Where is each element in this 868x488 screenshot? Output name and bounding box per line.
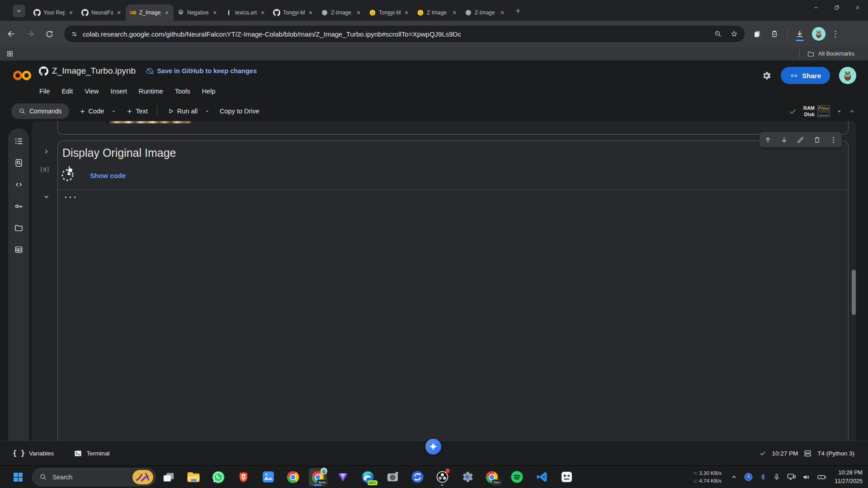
edit-cell-icon[interactable]	[796, 136, 805, 144]
tab-close-icon[interactable]: ×	[499, 9, 505, 16]
move-cell-up-icon[interactable]	[764, 136, 772, 144]
sidebar-secrets-icon[interactable]	[14, 202, 24, 211]
tray-battery-icon[interactable]	[817, 472, 827, 482]
section-collapse-chevron-icon[interactable]	[43, 148, 50, 155]
show-code-link[interactable]: Show code	[90, 172, 126, 179]
share-button[interactable]: Share	[781, 67, 830, 84]
terminal-button[interactable]: Terminal	[74, 449, 109, 458]
copy-to-drive-button[interactable]: Copy to Drive	[220, 108, 259, 115]
notebook-filename[interactable]: Z_Image_Turbo.ipynb	[52, 66, 136, 76]
menu-tools[interactable]: Tools	[169, 86, 196, 97]
window-close-button[interactable]	[847, 0, 868, 15]
sidebar-table-of-contents-icon[interactable]	[14, 136, 24, 146]
move-cell-down-icon[interactable]	[780, 136, 788, 144]
commands-button[interactable]: Commands	[11, 103, 69, 119]
resources-dropdown-icon[interactable]	[836, 108, 842, 114]
tray-bluetooth-icon[interactable]	[759, 473, 767, 481]
taskbar-vscode-icon[interactable]	[533, 468, 551, 486]
browser-tab-1[interactable]: NeuralFalc ×	[78, 5, 126, 21]
runtime-server-icon[interactable]	[803, 449, 812, 458]
taskbar-brave-icon[interactable]	[234, 468, 252, 486]
sidebar-files-icon[interactable]	[14, 223, 24, 233]
search-highlight-art[interactable]	[132, 470, 153, 484]
taskbar-task-view-icon[interactable]	[160, 468, 178, 486]
variables-button[interactable]: { } Variables	[13, 449, 54, 457]
colab-logo-icon[interactable]	[12, 70, 33, 81]
new-tab-button[interactable]	[512, 5, 524, 17]
taskbar-chrome-dev-icon[interactable]: Dev	[483, 468, 501, 486]
start-button[interactable]	[12, 471, 24, 483]
sidebar-find-replace-icon[interactable]	[14, 158, 24, 168]
taskbar-file-explorer-icon[interactable]	[184, 468, 203, 486]
tab-close-icon[interactable]: ×	[451, 9, 458, 16]
taskbar-edge-dev-icon[interactable]: DEV	[359, 468, 377, 486]
taskbar-capcut-icon[interactable]	[557, 468, 576, 486]
scrollbar-thumb[interactable]	[852, 270, 856, 315]
taskbar-search[interactable]: Search	[32, 468, 156, 486]
code-dropdown-icon[interactable]	[111, 109, 116, 114]
tab-close-icon[interactable]: ×	[116, 9, 122, 16]
notebook-cell[interactable]: Display Original Image Show code ...	[57, 141, 849, 441]
tray-monitor-icon[interactable]	[787, 472, 796, 482]
browser-menu-icon[interactable]: ⋮	[831, 29, 840, 39]
profile-avatar[interactable]	[812, 27, 826, 41]
taskbar-sync-icon[interactable]	[408, 468, 426, 486]
taskbar-obs-icon[interactable]	[433, 468, 451, 486]
save-in-github-link[interactable]: Save in GitHub to keep changes	[146, 67, 257, 75]
run-all-button[interactable]: Run all	[167, 108, 210, 115]
taskbar-whatsapp-icon[interactable]	[209, 468, 227, 486]
tab-close-icon[interactable]: ×	[403, 9, 410, 16]
ram-disk-indicator[interactable]: RAM Disk	[803, 105, 830, 117]
menu-insert[interactable]: Insert	[105, 86, 133, 97]
taskbar-camera-icon[interactable]	[383, 468, 401, 486]
browser-tab-7[interactable]: Tongyi-MA ×	[365, 5, 413, 21]
more-cell-actions-icon[interactable]	[829, 136, 838, 144]
browser-tab-9[interactable]: Z-Image - ×	[461, 5, 509, 21]
tab-close-icon[interactable]: ×	[259, 9, 266, 16]
add-text-button[interactable]: Text	[126, 108, 148, 115]
settings-gear-icon[interactable]	[761, 70, 772, 81]
menu-file[interactable]: File	[33, 86, 56, 97]
forward-button[interactable]	[23, 26, 38, 42]
menu-help[interactable]: Help	[196, 86, 222, 97]
taskbar-chrome-beta-icon[interactable]: Beta	[309, 468, 327, 486]
taskbar-clock[interactable]: 10:28 PM 11/27/2025	[835, 469, 863, 486]
taskbar-chrome-icon[interactable]	[284, 468, 302, 486]
tab-close-icon[interactable]: ×	[355, 9, 362, 16]
browser-tab-4[interactable]: lexica.art/p ×	[222, 5, 269, 21]
run-dropdown-icon[interactable]	[205, 109, 210, 114]
menu-runtime[interactable]: Runtime	[133, 86, 169, 97]
menu-edit[interactable]: Edit	[56, 86, 79, 97]
taskbar-photos-icon[interactable]	[259, 468, 277, 486]
tab-search-button[interactable]	[13, 5, 25, 17]
taskbar-spotify-icon[interactable]	[508, 468, 526, 486]
sidebar-data-table-icon[interactable]	[14, 245, 24, 254]
url-text[interactable]: colab.research.google.com/github/NeuralF…	[83, 30, 706, 38]
browser-tab-5[interactable]: Tongyi-MA ×	[269, 5, 317, 21]
sidebar-code-snippets-icon[interactable]	[14, 180, 24, 189]
browser-tab-2[interactable]: Z_Image_T ×	[126, 5, 174, 21]
extension-clipboard-icon[interactable]	[770, 29, 779, 38]
window-minimize-button[interactable]	[806, 0, 826, 15]
add-code-button[interactable]: Code	[79, 108, 117, 115]
window-restore-button[interactable]	[826, 0, 847, 15]
bookmark-star-icon[interactable]	[730, 30, 738, 38]
menu-view[interactable]: View	[79, 86, 104, 97]
tab-close-icon[interactable]: ×	[212, 9, 218, 16]
tray-speaker-icon[interactable]	[802, 473, 811, 482]
all-bookmarks-button[interactable]: All Bookmarks	[799, 50, 854, 58]
browser-tab-0[interactable]: Your Repos ×	[30, 5, 78, 21]
gemini-button[interactable]	[425, 439, 441, 455]
back-button[interactable]	[4, 26, 19, 42]
tab-close-icon[interactable]: ×	[164, 9, 170, 16]
tray-microphone-icon[interactable]	[773, 473, 781, 481]
cell-collapse-chevron-icon[interactable]	[43, 193, 50, 200]
taskbar-settings-icon[interactable]	[458, 468, 476, 486]
browser-tab-6[interactable]: Z-Image - ×	[317, 5, 365, 21]
tray-clock-icon[interactable]	[744, 472, 753, 482]
site-info-icon[interactable]	[71, 30, 78, 38]
downloads-button[interactable]	[795, 29, 805, 39]
tab-close-icon[interactable]: ×	[307, 9, 314, 16]
taskbar-vpn-icon[interactable]	[334, 468, 352, 486]
delete-cell-icon[interactable]	[813, 136, 821, 144]
